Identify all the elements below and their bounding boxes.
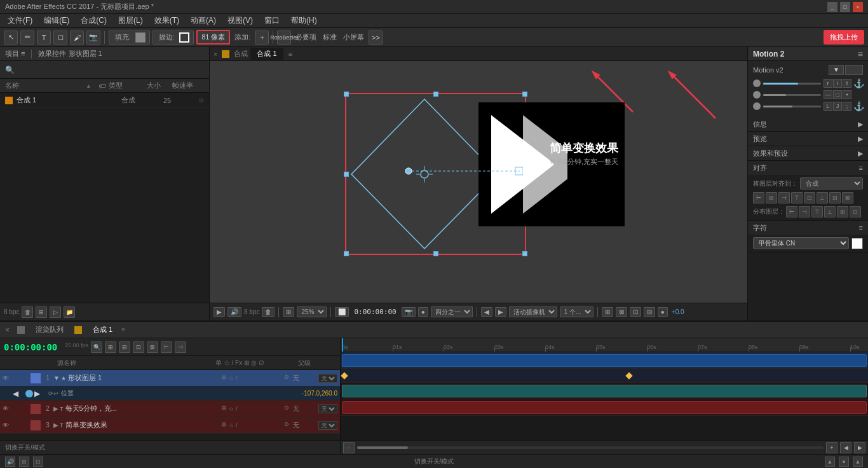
align-extra2-btn[interactable]: ⊠ — [842, 192, 853, 203]
tl-expand-3[interactable]: ▶ — [53, 422, 58, 429]
align-center-v-btn[interactable]: ⊡ — [804, 192, 815, 203]
slider-t-btn[interactable]: t — [843, 79, 851, 88]
selection-tool-btn[interactable]: ↖ — [4, 31, 18, 45]
menu-item-效果t[interactable]: 效果(T) — [149, 14, 184, 27]
handle-ml[interactable] — [344, 172, 349, 177]
menu-item-帮助h[interactable]: 帮助(H) — [286, 14, 322, 27]
pen-tool-btn[interactable]: ✏ — [20, 31, 34, 45]
tl-keyframe-dot[interactable] — [25, 390, 33, 397]
dist-btn-4[interactable]: ⊥ — [824, 206, 836, 217]
font-select[interactable]: 甲骨里体 CN — [753, 237, 849, 249]
stroke-swatch[interactable] — [179, 32, 189, 43]
dist-btn-1[interactable]: ⊢ — [786, 206, 797, 217]
zoom-select[interactable]: 25% — [297, 306, 327, 317]
tl-expand-2[interactable]: ▶ — [53, 405, 58, 412]
tl-parent-select-2[interactable]: 无 — [318, 404, 337, 413]
comp1-tab[interactable]: 合成 1 — [89, 324, 116, 336]
shape-tool-btn[interactable]: ◻ — [53, 31, 67, 45]
next-frame[interactable]: ▶ — [495, 307, 506, 317]
handle-br[interactable] — [522, 251, 527, 256]
safe-zones-btn[interactable]: ⊠ — [616, 307, 627, 317]
slider-eq-btn[interactable]: — — [824, 90, 832, 99]
render-queue-tab[interactable]: 渲染队列 — [32, 324, 67, 336]
bc-btn-4[interactable]: ▲ — [825, 457, 835, 467]
align-target-select[interactable]: 合成 — [800, 177, 863, 189]
tl-track-2[interactable] — [341, 383, 868, 399]
roto-btn[interactable]: RotoBezier — [277, 31, 291, 45]
character-header[interactable]: 字符 ≡ — [748, 221, 868, 235]
tl-star-1[interactable]: ☆ — [228, 375, 234, 382]
tl-eye-2[interactable]: 👁 — [3, 405, 11, 412]
region-btn[interactable]: ⬜ — [335, 307, 349, 317]
tl-solo-1[interactable]: 单 — [220, 374, 227, 382]
prev-frame[interactable]: ◀ — [481, 307, 492, 317]
color-mgmt-btn[interactable]: ● — [658, 307, 668, 317]
mask-btn[interactable]: ⊡ — [630, 307, 641, 317]
tl-btn-1[interactable]: ⊞ — [105, 341, 116, 353]
text-tool-btn[interactable]: T — [37, 31, 51, 45]
tl-solo-2[interactable]: 单 — [220, 404, 227, 413]
tl-zoom-out[interactable]: - — [343, 442, 355, 453]
snap-btn[interactable]: 📷 — [402, 307, 416, 317]
handle-bm[interactable] — [433, 251, 438, 256]
tl-slash-2[interactable]: / — [235, 406, 238, 412]
grid-btn[interactable]: ⊞ — [602, 307, 613, 317]
tl-btn-3[interactable]: ⊡ — [133, 341, 144, 353]
tl-playhead[interactable] — [342, 338, 343, 352]
tl-expand-1[interactable]: ▼ — [53, 375, 60, 382]
tl-slash-1[interactable]: / — [235, 375, 238, 382]
tab-comp1[interactable]: 合成 1 — [250, 48, 283, 60]
tl-solo-3[interactable]: 单 — [220, 421, 227, 429]
tl-btn-2[interactable]: ⊟ — [119, 341, 130, 353]
tl-parent-select-1[interactable]: 无 — [318, 374, 337, 383]
audio-btn[interactable]: 🔊 — [227, 307, 241, 317]
align-header[interactable]: 对齐 ≡ — [748, 161, 868, 175]
align-center-h-btn[interactable]: ⊞ — [766, 192, 777, 203]
slider-track-3[interactable] — [763, 106, 821, 107]
tl-scroll-left[interactable]: ◀ — [840, 442, 851, 453]
upload-btn[interactable]: 拖拽上传 — [824, 30, 864, 45]
add-btn[interactable]: + — [255, 31, 269, 45]
keyframe-1-end[interactable] — [625, 372, 632, 379]
more-btn[interactable]: >> — [369, 31, 383, 45]
bc-btn-3[interactable]: ⊡ — [33, 457, 43, 467]
dist-btn-5[interactable]: ⊞ — [837, 206, 848, 217]
menu-item-窗口[interactable]: 窗口 — [259, 14, 285, 27]
search-input[interactable] — [17, 66, 204, 74]
slider-i-btn[interactable]: i — [833, 79, 842, 88]
handle-tm[interactable] — [433, 92, 438, 97]
close-btn[interactable]: × — [853, 2, 863, 12]
slider-track-2[interactable] — [763, 94, 821, 96]
minimize-btn[interactable]: _ — [827, 2, 837, 12]
motion-v2-dropdown[interactable]: ▼ — [829, 65, 844, 75]
menu-item-视图v[interactable]: 视图(V) — [222, 14, 258, 27]
align-left-btn[interactable]: ⊢ — [753, 192, 764, 203]
tl-btn-6[interactable]: ⊣ — [175, 341, 186, 353]
tl-layer-3[interactable]: 👁 3 ▶ T 简单变换效果 单 ☆ / ⊙ — [0, 417, 340, 434]
preview-header[interactable]: 预览 ▶ — [748, 132, 868, 146]
dist-btn-2[interactable]: ⊣ — [799, 206, 810, 217]
footer-btn-1[interactable]: 🗑 — [22, 306, 33, 318]
list-item[interactable]: 合成 1 合成 25 ⊞ — [0, 93, 209, 108]
tl-star-2[interactable]: ☆ — [228, 406, 234, 412]
camera-tool-btn[interactable]: 📷 — [86, 31, 100, 45]
fill-control[interactable]: 填充: — [109, 31, 150, 45]
footer-btn-3[interactable]: ▷ — [50, 306, 61, 318]
tl-keyframe-nav-fwd[interactable]: ▶ — [34, 389, 46, 398]
dist-btn-6[interactable]: ⊡ — [850, 206, 861, 217]
zoom-fit-btn[interactable]: ⊞ — [283, 307, 294, 317]
tl-keyframe-nav-back[interactable]: ◀ — [13, 389, 24, 398]
slider-l-btn[interactable]: L — [824, 102, 832, 111]
bc-btn-6[interactable]: ▲ — [853, 457, 863, 467]
menu-item-文件f[interactable]: 文件(F) — [3, 14, 37, 27]
align-bottom-btn[interactable]: ⊥ — [817, 192, 828, 203]
bc-btn-1[interactable]: 🔊 — [5, 457, 15, 467]
brush-tool-btn[interactable]: 🖌 — [70, 31, 84, 45]
quality-select[interactable]: 四分之一 — [431, 306, 473, 317]
tl-close-btn[interactable]: × — [5, 326, 10, 334]
tl-slash-3[interactable]: / — [235, 422, 238, 429]
tl-star-3[interactable]: ☆ — [228, 422, 234, 429]
tl-track-3[interactable] — [341, 399, 868, 416]
handle-tr[interactable] — [522, 92, 527, 97]
slider-sq-btn[interactable]: □ — [833, 90, 842, 99]
